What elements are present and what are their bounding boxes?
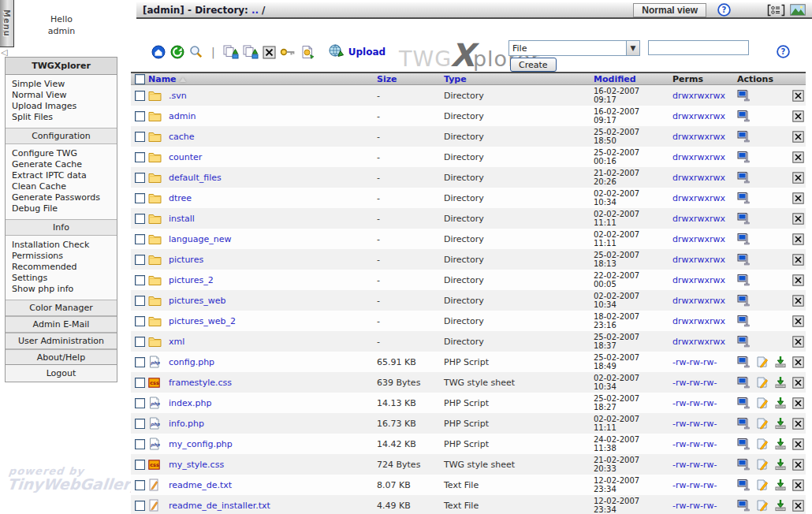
view-icon[interactable] [737,335,751,348]
download-icon[interactable] [774,417,787,430]
help-icon[interactable]: ? [777,45,790,61]
delete-icon[interactable] [792,418,804,430]
file-perms-link[interactable]: drwxrwxrwx [672,214,737,224]
delete-icon[interactable] [792,172,804,184]
column-header-name[interactable]: Name [148,74,177,84]
row-checkbox[interactable] [135,316,145,326]
view-icon[interactable] [737,376,751,389]
row-checkbox[interactable] [135,173,145,183]
row-checkbox[interactable] [135,357,145,367]
file-perms-link[interactable]: drwxrwxrwx [672,132,737,142]
delete-icon[interactable] [792,131,804,143]
view-icon[interactable] [737,253,751,266]
file-name-link[interactable]: pictures_web_2 [169,316,377,326]
sidebar-item-upload-images[interactable]: Upload Images [12,101,115,112]
file-perms-link[interactable]: drwxrwxrwx [672,316,737,326]
sidebar-section-about-help[interactable]: About/Help [6,349,117,366]
row-checkbox[interactable] [135,439,145,449]
menu-tab[interactable]: Menu [0,0,14,47]
home-icon[interactable] [151,45,166,59]
copy-icon[interactable] [223,45,239,60]
column-header-type[interactable]: Type [444,74,467,84]
file-perms-link[interactable]: drwxrwxrwx [672,234,737,244]
file-name-link[interactable]: default_files [169,173,377,183]
delete-icon[interactable] [792,192,804,204]
edit-icon[interactable] [756,397,769,409]
download-icon[interactable] [774,479,787,491]
row-checkbox[interactable] [135,214,145,224]
view-icon[interactable] [737,274,751,286]
file-perms-link[interactable]: drwxrwxrwx [672,91,737,101]
sidebar-item-installation-check[interactable]: Installation Check [12,240,115,251]
download-icon[interactable] [774,356,787,368]
file-name-link[interactable]: language_new [169,234,377,244]
view-icon[interactable] [737,438,751,450]
sidebar-item-normal-view[interactable]: Normal View [12,90,115,101]
sidebar-item-configure-twg[interactable]: Configure TWG [12,148,115,159]
view-icon[interactable] [737,110,751,122]
sidebar-section-info[interactable]: Info [6,219,117,236]
edit-icon[interactable] [756,458,769,471]
view-icon[interactable] [737,458,751,471]
delete-icon[interactable] [792,233,804,245]
sidebar-item-clean-cache[interactable]: Clean Cache [12,181,115,192]
row-checkbox[interactable] [135,378,145,388]
refresh-icon[interactable] [170,45,184,59]
view-icon[interactable] [737,315,751,327]
file-name-link[interactable]: counter [169,152,377,162]
column-header-size[interactable]: Size [377,74,397,84]
delete-icon[interactable] [792,90,804,102]
select-all-checkbox[interactable] [135,74,145,84]
sidebar-item-generate-passwords[interactable]: Generate Passwords [12,192,115,203]
row-checkbox[interactable] [135,480,145,490]
row-checkbox[interactable] [135,398,145,408]
file-perms-link[interactable]: -rw-rw-rw- [672,480,737,490]
edit-icon[interactable] [756,479,769,491]
file-name-link[interactable]: my_config.php [169,439,377,449]
sidebar-item-permissions[interactable]: Permissions [12,251,115,262]
file-name-link[interactable]: readme_de.txt [169,480,377,490]
row-checkbox[interactable] [135,91,145,101]
file-type-select[interactable]: File ▼ [508,40,640,56]
edit-icon[interactable] [756,376,769,389]
sidebar-item-extract-iptc-data[interactable]: Extract IPTC data [12,170,115,181]
file-perms-link[interactable]: drwxrwxrwx [672,111,737,121]
file-perms-link[interactable]: drwxrwxrwx [672,193,737,203]
view-icon[interactable] [737,89,751,102]
delete-icon[interactable] [792,295,804,307]
normal-view-button[interactable]: Normal view [633,3,706,17]
delete-icon[interactable] [792,110,804,122]
new-file-icon[interactable] [300,45,315,59]
row-checkbox[interactable] [135,296,145,306]
view-icon[interactable] [737,151,751,163]
view-icon[interactable] [737,233,751,245]
delete-icon[interactable] [792,213,804,225]
file-perms-link[interactable]: -rw-rw-rw- [672,460,737,470]
create-button[interactable]: Create [510,58,557,72]
sidebar-item-generate-cache[interactable]: Generate Cache [12,159,115,170]
file-name-link[interactable]: info.php [169,419,377,429]
file-name-link[interactable]: install [169,214,377,224]
delete-icon[interactable] [792,315,804,327]
column-header-modified[interactable]: Modified [594,74,636,84]
delete-icon[interactable] [263,46,276,59]
sidebar-item-simple-view[interactable]: Simple View [12,79,115,90]
list-view-icon[interactable] [767,4,785,17]
sidebar-section-user-administration[interactable]: User Administration [6,333,117,349]
file-perms-link[interactable]: -rw-rw-rw- [672,439,737,449]
edit-icon[interactable] [756,356,769,368]
row-checkbox[interactable] [135,234,145,244]
file-perms-link[interactable]: drwxrwxrwx [672,275,737,285]
edit-icon[interactable] [756,499,769,512]
file-perms-link[interactable]: drwxrwxrwx [672,296,737,306]
key-icon[interactable] [280,46,296,58]
file-name-link[interactable]: admin [169,111,377,121]
view-icon[interactable] [737,417,751,430]
file-name-link[interactable]: index.php [169,398,377,408]
view-icon[interactable] [737,397,751,409]
delete-icon[interactable] [792,397,804,409]
download-icon[interactable] [774,438,787,450]
file-name-link[interactable]: pictures_2 [169,275,377,285]
file-name-link[interactable]: config.php [169,357,377,367]
edit-icon[interactable] [756,417,769,430]
